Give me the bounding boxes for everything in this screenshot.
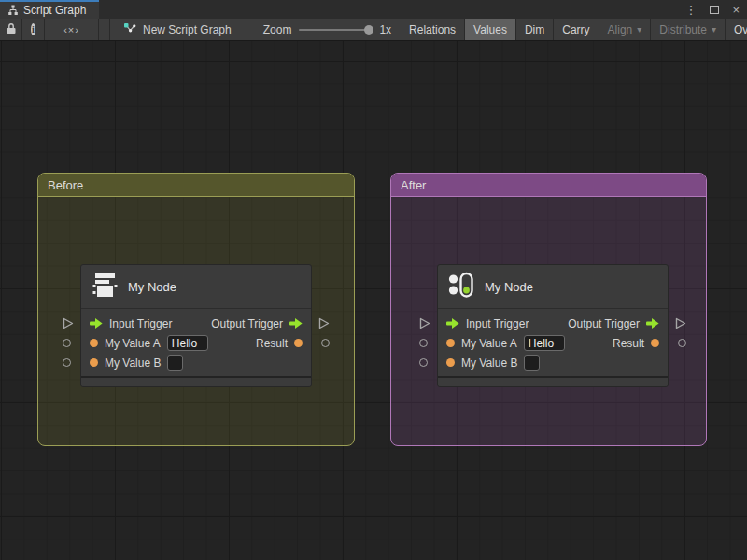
node-header[interactable]: My Node	[81, 265, 311, 309]
info-icon: i	[31, 23, 35, 35]
value-a-port-icon[interactable]	[90, 339, 98, 347]
toolbar-buttons: Relations Values Dim Carry Align ▾ Distr…	[401, 19, 747, 40]
outer-value-b-port[interactable]	[419, 358, 428, 367]
graph-breadcrumb[interactable]: New Script Graph	[110, 19, 241, 40]
code-icon: ‹×›	[63, 24, 79, 35]
result-port-icon[interactable]	[294, 339, 303, 347]
input-trigger-label: Input Trigger	[466, 317, 529, 330]
value-b-row: My Value B	[438, 353, 668, 372]
menu-icon[interactable]: ⋮	[684, 4, 697, 16]
zoom-value: 1x	[379, 23, 391, 36]
value-a-input[interactable]	[524, 335, 565, 351]
window-controls: ⋮ ×	[684, 0, 747, 19]
outer-result-port[interactable]	[321, 339, 330, 347]
dim-button[interactable]: Dim	[516, 19, 554, 40]
distribute-dropdown[interactable]: Distribute ▾	[651, 19, 726, 40]
value-b-label: My Value B	[105, 357, 161, 370]
trigger-row: Input Trigger Output Trigger	[81, 314, 311, 333]
input-trigger-label: Input Trigger	[109, 317, 172, 330]
value-b-port-icon[interactable]	[90, 358, 98, 367]
output-trigger-label: Output Trigger	[568, 317, 640, 330]
value-b-port-icon[interactable]	[446, 358, 455, 367]
value-a-label: My Value A	[105, 337, 161, 350]
node-header[interactable]: My Node	[438, 265, 668, 309]
group-after[interactable]: After My Node	[390, 173, 707, 446]
inspect-button[interactable]: i	[22, 19, 45, 40]
outer-value-b-port[interactable]	[63, 358, 71, 367]
group-after-header[interactable]: After	[391, 174, 706, 197]
group-title: After	[401, 178, 426, 192]
node-title: My Node	[128, 280, 176, 294]
graph-icon	[123, 22, 136, 37]
result-label: Result	[256, 337, 288, 350]
zoom-slider[interactable]	[299, 29, 372, 31]
node-old-style-icon	[91, 271, 119, 302]
lock-icon	[6, 22, 17, 37]
graph-canvas[interactable]: Before My Node	[0, 41, 747, 560]
value-a-input[interactable]	[167, 335, 208, 351]
output-trigger-port-icon[interactable]	[646, 315, 659, 332]
input-trigger-port-icon[interactable]	[446, 315, 459, 332]
zoom-label: Zoom	[263, 23, 292, 36]
outer-input-trigger-port[interactable]	[63, 316, 74, 333]
values-button[interactable]: Values	[465, 19, 516, 40]
value-b-label: My Value B	[461, 357, 517, 370]
outer-value-a-port[interactable]	[63, 339, 71, 347]
node-footer	[81, 376, 311, 386]
node-footer	[438, 376, 668, 386]
tab-strip: Script Graph ⋮ ×	[0, 0, 747, 19]
outer-input-trigger-port[interactable]	[419, 316, 430, 333]
result-port-icon[interactable]	[651, 339, 659, 347]
zoom-slider-handle[interactable]	[364, 25, 374, 35]
output-trigger-label: Output Trigger	[211, 317, 283, 330]
tab-label: Script Graph	[23, 4, 86, 17]
group-title: Before	[48, 178, 83, 192]
close-icon[interactable]: ×	[732, 4, 740, 16]
tab-script-graph[interactable]: Script Graph	[0, 0, 99, 19]
value-b-input[interactable]	[524, 355, 540, 371]
outer-output-trigger-port[interactable]	[675, 316, 686, 333]
maximize-icon[interactable]	[710, 4, 719, 16]
node-my-node-before[interactable]: My Node Input Trigger	[80, 264, 312, 387]
align-dropdown[interactable]: Align ▾	[599, 19, 652, 40]
value-a-label: My Value A	[461, 337, 517, 350]
code-preview-button[interactable]: ‹×›	[45, 19, 99, 40]
group-before[interactable]: Before My Node	[37, 173, 355, 446]
value-b-row: My Value B	[81, 353, 311, 372]
input-trigger-port-icon[interactable]	[90, 315, 103, 332]
lock-button[interactable]	[0, 19, 22, 40]
graph-name: New Script Graph	[143, 23, 232, 36]
value-a-port-icon[interactable]	[446, 339, 455, 347]
outer-result-port[interactable]	[678, 339, 686, 347]
relations-button[interactable]: Relations	[401, 19, 465, 40]
graph-toolbar: i ‹×› New Script Graph Zoom 1x	[0, 19, 747, 41]
outer-output-trigger-port[interactable]	[318, 316, 330, 333]
overview-button[interactable]: Overview	[726, 19, 747, 40]
script-graph-window: Script Graph ⋮ × i ‹×›	[0, 0, 747, 560]
outer-value-a-port[interactable]	[419, 339, 428, 347]
node-my-node-after[interactable]: My Node Input Trigger	[437, 264, 669, 387]
node-title: My Node	[485, 280, 533, 294]
node-new-style-icon	[447, 271, 475, 302]
chevron-down-icon: ▾	[637, 24, 641, 35]
chevron-down-icon: ▾	[712, 24, 716, 35]
zoom-control: Zoom 1x	[241, 19, 401, 40]
trigger-row: Input Trigger Output Trigger	[438, 314, 668, 333]
result-label: Result	[613, 337, 644, 350]
script-graph-icon	[7, 5, 19, 16]
value-a-row: My Value A Result	[438, 333, 668, 353]
carry-button[interactable]: Carry	[554, 19, 599, 40]
output-trigger-port-icon[interactable]	[289, 315, 303, 332]
group-before-header[interactable]: Before	[38, 174, 354, 197]
value-a-row: My Value A Result	[81, 333, 311, 353]
value-b-input[interactable]	[167, 355, 183, 371]
